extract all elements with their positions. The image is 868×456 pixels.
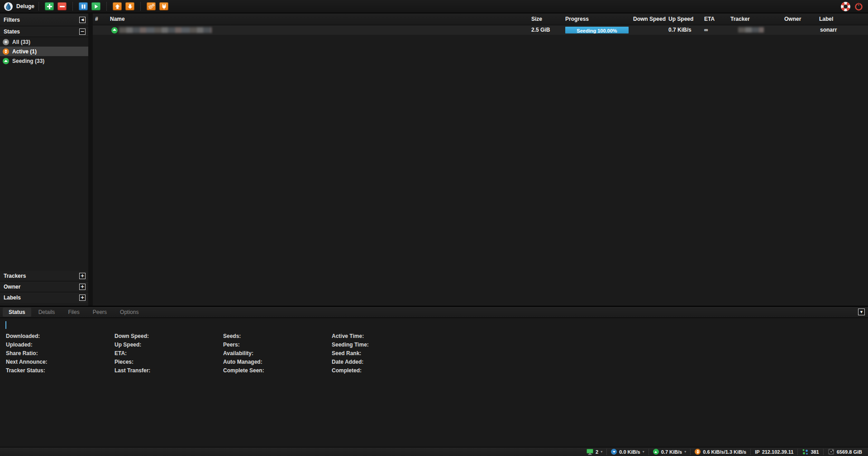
all-state-icon: ✱ (3, 39, 9, 45)
column-header-up-speed[interactable]: Up Speed (668, 16, 693, 22)
help-lifebuoy-icon[interactable] (841, 2, 850, 11)
sidebar-item-seeding[interactable]: Seeding (33) (0, 56, 88, 66)
panel-collapse-button[interactable]: ▼ (858, 309, 865, 315)
tab-status[interactable]: Status (3, 308, 31, 317)
states-title: States (4, 28, 20, 35)
toolbar-separator (72, 2, 73, 11)
download-icon (611, 449, 617, 455)
labels-section-header[interactable]: Labels + (0, 292, 88, 303)
statusbar-connections[interactable]: 2 ▾ (582, 449, 606, 455)
status-column-3: Seeds: Peers: Availability: Auto Managed… (223, 333, 264, 376)
status-label: Seeds: (223, 333, 264, 342)
tab-options[interactable]: Options (114, 308, 144, 317)
status-label: Down Speed: (114, 333, 150, 342)
status-label: Pieces: (114, 359, 150, 367)
arrow-down-icon (127, 4, 133, 10)
statusbar-protocol-traffic[interactable]: 0.6 KiB/s/1.3 KiB/s (690, 449, 750, 455)
logout-power-icon[interactable] (854, 2, 863, 11)
statusbar-download-speed[interactable]: 0.0 KiB/s ▾ (606, 449, 648, 455)
cell-size: 2.5 GiB (531, 27, 550, 33)
status-column-1: Downloaded: Uploaded: Share Ratio: Next … (6, 333, 48, 376)
status-label: Tracker Status: (6, 367, 48, 376)
tab-details[interactable]: Details (33, 308, 61, 317)
states-collapse-button[interactable]: − (79, 28, 86, 35)
status-label: Share Ratio: (6, 350, 48, 359)
filters-header[interactable]: Filters ◀ (0, 14, 88, 26)
trackers-expand-button[interactable]: + (79, 273, 86, 279)
dht-nodes-count: 381 (811, 449, 819, 455)
owner-title: Owner (4, 284, 20, 290)
labels-expand-button[interactable]: + (79, 294, 86, 301)
tab-peers[interactable]: Peers (87, 308, 113, 317)
queue-down-button[interactable] (125, 2, 134, 10)
plug-icon (161, 4, 167, 10)
upload-speed-value: 0.7 KiB/s (661, 449, 682, 455)
add-torrent-button[interactable] (45, 2, 54, 10)
states-section-header[interactable]: States − (0, 26, 88, 37)
owner-section-header[interactable]: Owner + (0, 281, 88, 292)
status-column-2: Down Speed: Up Speed: ETA: Pieces: Last … (114, 333, 150, 376)
status-label: Complete Seen: (223, 367, 264, 376)
filters-title: Filters (4, 17, 20, 23)
pause-torrent-button[interactable] (79, 2, 88, 10)
column-header-size[interactable]: Size (531, 16, 542, 22)
column-header-progress[interactable]: Progress (565, 16, 589, 22)
queue-up-button[interactable] (113, 2, 122, 10)
trackers-title: Trackers (4, 273, 26, 279)
arrow-up-icon (114, 4, 120, 10)
torrent-row[interactable]: 2.5 GiB Seeding 100.00% 0.7 KiB/s ∞ sona… (93, 25, 868, 35)
download-speed-value: 0.0 KiB/s (619, 449, 640, 455)
status-label: Peers: (223, 342, 264, 350)
redacted-torrent-name (119, 27, 212, 33)
caret-down-icon: ▾ (684, 450, 686, 454)
preferences-button[interactable] (147, 2, 156, 10)
sidebar-collapse-button[interactable]: ◀ (79, 17, 86, 23)
status-label: Seeding Time: (332, 342, 369, 350)
connection-manager-button[interactable] (159, 2, 168, 10)
connections-monitor-icon (587, 449, 593, 455)
statusbar-free-space: 6569.8 GiB (823, 449, 866, 455)
ip-value: 212.102.39.11 (762, 449, 794, 455)
toolbar-right-group (841, 2, 865, 11)
seeding-state-icon (3, 58, 9, 64)
status-label: Uploaded: (6, 342, 48, 350)
toolbar-separator (38, 2, 39, 11)
protocol-traffic-value: 0.6 KiB/s/1.3 KiB/s (703, 449, 746, 455)
remove-torrent-button[interactable] (57, 2, 67, 10)
disk-icon (828, 448, 835, 455)
free-space-value: 6569.8 GiB (837, 449, 862, 455)
column-header-label[interactable]: Label (819, 16, 833, 22)
progress-bar: Seeding 100.00% (565, 27, 629, 33)
pause-icon (81, 4, 86, 9)
tab-files[interactable]: Files (62, 308, 85, 317)
toolbar-separator (140, 2, 141, 11)
trackers-section-header[interactable]: Trackers + (0, 271, 88, 281)
status-label: Active Time: (332, 333, 369, 342)
status-label: Availability: (223, 350, 264, 359)
app-title: Deluge (16, 3, 34, 10)
redacted-tracker (738, 27, 764, 33)
owner-expand-button[interactable]: + (79, 284, 86, 290)
column-header-tracker[interactable]: Tracker (730, 16, 750, 22)
column-header-eta[interactable]: ETA (704, 16, 715, 22)
protocol-traffic-icon (695, 449, 701, 455)
text-cursor (5, 321, 6, 329)
labels-title: Labels (4, 294, 21, 301)
gears-icon (148, 3, 155, 10)
deluge-logo-icon (4, 2, 13, 11)
upload-icon (653, 449, 659, 455)
active-state-icon (3, 48, 9, 55)
statusbar-upload-speed[interactable]: 0.7 KiB/s ▾ (649, 449, 690, 455)
column-header-number[interactable]: # (95, 16, 98, 22)
column-header-owner[interactable]: Owner (784, 16, 801, 22)
progress-text: Seeding 100.00% (577, 28, 617, 33)
statusbar: 2 ▾ 0.0 KiB/s ▾ 0.7 KiB/s ▾ 0.6 KiB/s/1.… (0, 447, 868, 456)
sidebar-item-all[interactable]: ✱ All (33) (0, 37, 88, 47)
column-header-down-speed[interactable]: Down Speed (633, 16, 666, 22)
resume-torrent-button[interactable] (91, 2, 100, 10)
status-label: Date Added: (332, 359, 369, 367)
sidebar-item-active[interactable]: Active (1) (0, 47, 88, 56)
play-icon (94, 4, 99, 9)
connections-count: 2 (596, 449, 598, 455)
column-header-name[interactable]: Name (110, 16, 125, 22)
